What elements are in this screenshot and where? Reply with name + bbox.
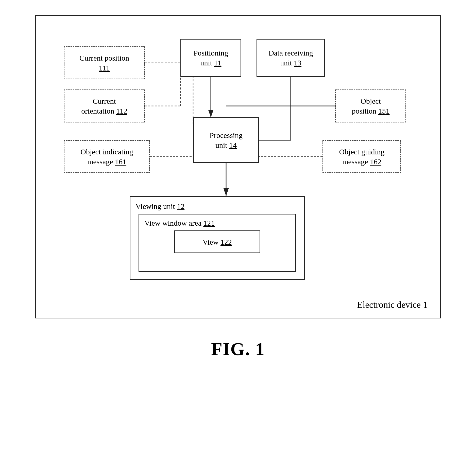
data-receiving-unit-label: Data receivingunit 13: [268, 48, 313, 68]
object-position-box: Objectposition 151: [335, 89, 406, 122]
object-guiding-message-label: Object guidingmessage 162: [339, 147, 384, 167]
view-window-area-box: View window area 121 View 122: [139, 214, 296, 272]
processing-unit-box: Processingunit 14: [193, 117, 259, 163]
view-label: View 122: [202, 237, 232, 247]
object-guiding-message-box: Object guidingmessage 162: [322, 140, 401, 173]
object-position-label: Objectposition 151: [352, 96, 389, 116]
viewing-unit-box: Viewing unit 12 View window area 121 Vie…: [130, 196, 305, 280]
current-orientation-box: Currentorientation 112: [64, 89, 145, 122]
viewing-unit-label: Viewing unit 12: [135, 201, 184, 211]
view-box: View 122: [174, 230, 260, 253]
positioning-unit-box: Positioningunit 11: [180, 39, 241, 77]
figure-caption: FIG. 1: [211, 339, 265, 360]
current-position-label: Current position111: [79, 53, 129, 73]
object-indicating-message-label: Object indicatingmessage 161: [80, 147, 133, 167]
view-window-area-label: View window area 121: [144, 218, 215, 228]
device-label: Electronic device 1: [357, 299, 428, 310]
outer-container: Positioningunit 11 Data receivingunit 13…: [35, 15, 441, 318]
current-orientation-label: Currentorientation 112: [81, 96, 127, 116]
processing-unit-label: Processingunit 14: [210, 130, 243, 150]
diagram: Positioningunit 11 Data receivingunit 13…: [56, 31, 420, 297]
object-indicating-message-box: Object indicatingmessage 161: [64, 140, 150, 173]
data-receiving-unit-box: Data receivingunit 13: [257, 39, 325, 77]
current-position-box: Current position111: [64, 46, 145, 79]
positioning-unit-label: Positioningunit 11: [194, 48, 228, 68]
